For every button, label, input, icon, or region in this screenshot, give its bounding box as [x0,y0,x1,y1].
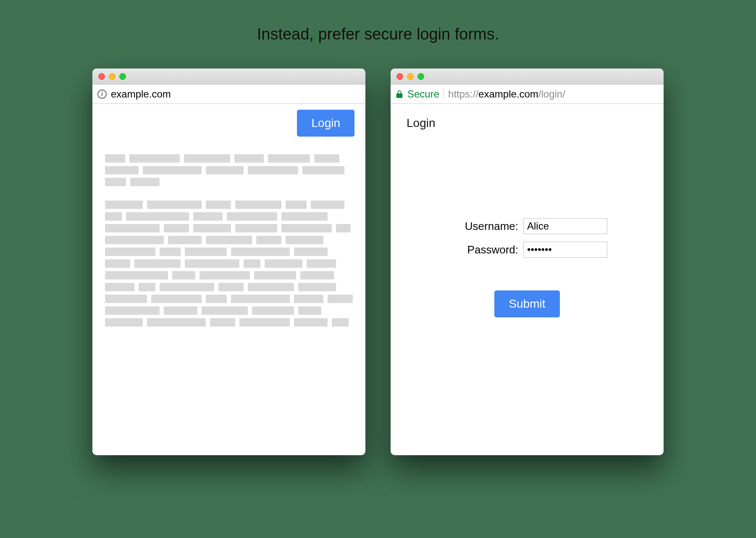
address-bar[interactable]: i example.com [92,84,365,104]
lock-icon [396,90,403,98]
maximize-icon[interactable] [119,73,126,80]
password-label: Password: [447,243,518,256]
window-titlebar [391,69,664,84]
maximize-icon[interactable] [417,73,424,80]
address-divider [444,88,444,100]
close-icon[interactable] [98,73,105,80]
login-button[interactable]: Login [297,110,354,137]
address-bar[interactable]: Secure https://example.com/login/ [391,84,664,104]
placeholder-body [105,154,353,327]
minimize-icon[interactable] [407,73,414,80]
insecure-window: i example.com Login [92,69,365,455]
password-row: Password: [447,242,607,258]
url-text: https://example.com/login/ [448,88,565,100]
minimize-icon[interactable] [109,73,116,80]
url-host: example.com [478,88,538,100]
url-path: /login/ [538,88,565,100]
page-content: Login [92,104,365,455]
window-titlebar [92,69,365,84]
login-heading: Login [407,116,651,130]
username-input[interactable] [523,218,607,234]
close-icon[interactable] [396,73,403,80]
placeholder-paragraph [105,200,353,327]
windows-container: i example.com Login [92,69,664,455]
url-text: example.com [111,88,171,100]
url-scheme: https:// [448,88,478,100]
placeholder-paragraph [105,154,353,186]
username-label: Username: [447,220,518,233]
page-content: Login Username: Password: Submit [391,104,664,455]
secure-window: Secure https://example.com/login/ Login … [391,69,664,455]
login-form: Username: Password: Submit [403,218,651,317]
info-icon: i [97,90,107,99]
submit-button[interactable]: Submit [494,290,559,317]
password-input[interactable] [523,242,607,258]
secure-label: Secure [407,88,439,100]
diagram-caption: Instead, prefer secure login forms. [257,25,499,43]
username-row: Username: [447,218,607,234]
